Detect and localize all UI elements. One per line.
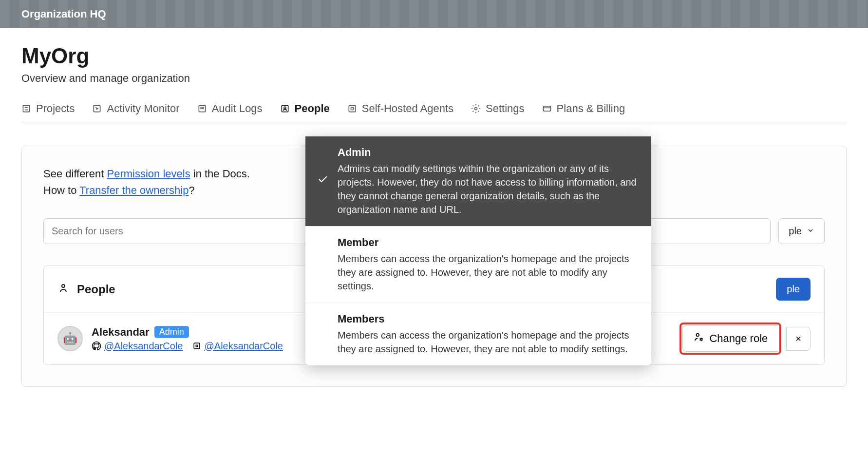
people-heading: People: [77, 283, 115, 296]
add-people-button[interactable]: ple: [776, 278, 811, 301]
check-icon: [317, 173, 329, 185]
audit-icon: [197, 104, 207, 114]
svg-point-15: [475, 108, 477, 110]
alt-handle-link[interactable]: @AleksandarCole: [205, 341, 283, 352]
svg-point-10: [203, 109, 204, 109]
role-option-members[interactable]: Members Members can access the organizat…: [305, 303, 651, 365]
org-name: MyOrg: [21, 44, 847, 68]
tab-billing[interactable]: Plans & Billing: [542, 102, 625, 115]
docs-suffix: in the Docs.: [190, 168, 250, 180]
docs-prefix: See different: [43, 168, 107, 180]
change-role-label: Change role: [709, 332, 768, 345]
tab-people[interactable]: People: [280, 102, 330, 115]
gear-icon: [471, 104, 481, 114]
svg-rect-16: [543, 106, 550, 111]
tab-settings[interactable]: Settings: [471, 102, 525, 115]
person-outline-icon: [57, 282, 69, 297]
role-option-admin[interactable]: Admin Admins can modify settings within …: [305, 136, 651, 227]
close-icon: ×: [795, 333, 801, 344]
person-gear-icon: [694, 332, 704, 345]
main-panel: Admin Admins can modify settings within …: [21, 146, 847, 387]
tab-label: Audit Logs: [212, 102, 263, 115]
svg-point-7: [203, 107, 204, 108]
person-name: Aleksandar: [92, 326, 150, 339]
svg-rect-0: [23, 105, 29, 112]
role-option-member[interactable]: Member Members can access the organizati…: [305, 227, 651, 303]
role-badge: Admin: [154, 326, 189, 338]
card-icon: [542, 104, 552, 114]
org-subtitle: Overview and manage organization: [21, 72, 847, 85]
people-icon: [280, 104, 290, 114]
svg-rect-19: [194, 343, 200, 349]
tab-label: Settings: [486, 102, 525, 115]
permission-levels-link[interactable]: Permission levels: [107, 168, 190, 180]
howto-suffix: ?: [189, 184, 194, 196]
svg-point-21: [697, 334, 699, 337]
nav-tabs: Projects Activity Monitor Audit Logs Peo…: [21, 102, 847, 122]
tab-activity[interactable]: Activity Monitor: [92, 102, 179, 115]
add-people-label: ple: [787, 284, 800, 294]
svg-point-22: [700, 339, 702, 341]
tab-audit-logs[interactable]: Audit Logs: [197, 102, 263, 115]
github-handle-link[interactable]: @AleksandarCole: [104, 341, 183, 352]
github-icon: [92, 341, 101, 351]
tab-label: People: [295, 102, 330, 115]
avatar: 🤖: [57, 326, 83, 351]
agents-icon: [347, 104, 357, 114]
svg-point-9: [202, 109, 202, 109]
banner-title: Organization HQ: [21, 8, 106, 20]
change-role-button[interactable]: Change role: [682, 325, 778, 352]
transfer-ownership-link[interactable]: Transfer the ownership: [79, 184, 189, 196]
tab-label: Projects: [36, 102, 75, 115]
remove-person-button[interactable]: ×: [786, 327, 811, 351]
tab-label: Plans & Billing: [557, 102, 625, 115]
role-dropdown: Admin Admins can modify settings within …: [305, 136, 651, 365]
change-role-highlight: Change role: [679, 323, 781, 355]
svg-rect-20: [196, 345, 197, 346]
role-title: Member: [338, 236, 640, 249]
svg-point-6: [202, 107, 202, 108]
svg-rect-14: [351, 108, 353, 110]
bitbucket-icon: [192, 341, 202, 351]
projects-icon: [21, 104, 31, 114]
tab-label: Self-Hosted Agents: [362, 102, 453, 115]
filter-label: ple: [789, 226, 802, 237]
svg-point-8: [201, 109, 201, 109]
top-banner: Organization HQ: [0, 0, 868, 28]
role-description: Members can access the organization's ho…: [338, 328, 640, 356]
role-description: Members can access the organization's ho…: [338, 252, 640, 293]
svg-point-5: [201, 107, 201, 108]
svg-point-12: [284, 107, 286, 109]
howto-prefix: How to: [43, 184, 79, 196]
svg-point-18: [62, 285, 65, 287]
role-title: Admin: [338, 146, 640, 159]
chevron-down-icon: [807, 226, 814, 237]
tab-projects[interactable]: Projects: [21, 102, 75, 115]
tab-label: Activity Monitor: [107, 102, 179, 115]
filter-select[interactable]: ple: [778, 218, 825, 244]
svg-rect-13: [349, 105, 355, 112]
role-description: Admins can modify settings within the or…: [338, 162, 640, 216]
role-title: Members: [338, 313, 640, 325]
tab-agents[interactable]: Self-Hosted Agents: [347, 102, 453, 115]
activity-icon: [92, 104, 102, 114]
